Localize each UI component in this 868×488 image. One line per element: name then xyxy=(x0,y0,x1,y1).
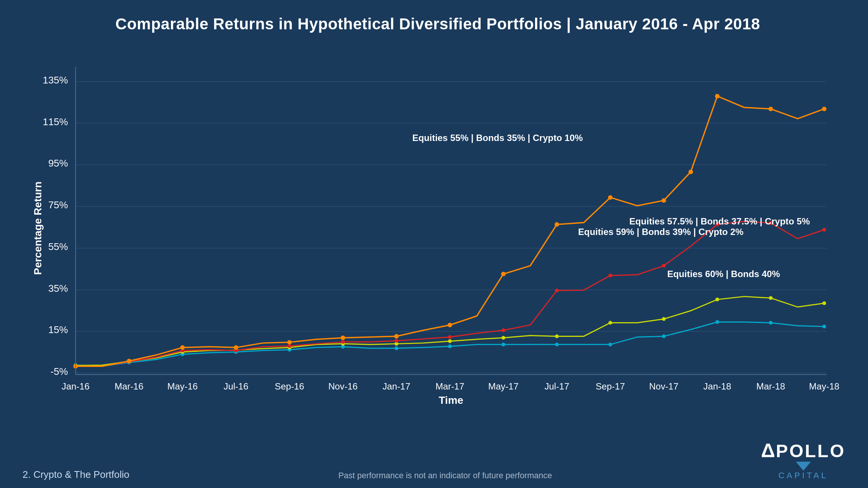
main-container: Comparable Returns in Hypothetical Diver… xyxy=(0,0,868,488)
svg-point-73 xyxy=(608,274,612,277)
svg-point-43 xyxy=(608,343,612,346)
svg-point-55 xyxy=(448,339,452,343)
line-yellow xyxy=(76,297,824,366)
svg-text:May-16: May-16 xyxy=(167,381,198,391)
svg-point-61 xyxy=(769,296,773,300)
svg-point-87 xyxy=(555,222,559,227)
svg-text:Equities 59% | Bonds 39% | Cry: Equities 59% | Bonds 39% | Crypto 2% xyxy=(578,227,743,237)
svg-point-58 xyxy=(608,321,612,324)
svg-point-91 xyxy=(715,94,720,99)
svg-text:Equities 55% | Bonds 35% | Cry: Equities 55% | Bonds 35% | Crypto 10% xyxy=(412,133,583,143)
chart-area: -5% 15% 35% 55% 75% 95% 115% 135% Percen… xyxy=(30,44,845,412)
svg-point-47 xyxy=(822,324,826,328)
apollo-capital-text: CAPITAL xyxy=(761,471,845,480)
svg-point-71 xyxy=(502,328,505,332)
svg-point-82 xyxy=(287,340,292,344)
svg-point-57 xyxy=(555,334,559,338)
svg-point-41 xyxy=(502,343,505,346)
svg-point-59 xyxy=(662,317,665,321)
svg-text:95%: 95% xyxy=(48,158,68,169)
svg-point-80 xyxy=(180,345,185,350)
svg-text:Nov-16: Nov-16 xyxy=(328,381,358,391)
chart-svg: -5% 15% 35% 55% 75% 95% 115% 135% Percen… xyxy=(30,44,845,412)
svg-text:Jan-18: Jan-18 xyxy=(703,381,731,391)
svg-text:115%: 115% xyxy=(43,116,68,127)
svg-point-93 xyxy=(822,107,826,111)
svg-point-70 xyxy=(448,335,452,339)
svg-text:Mar-16: Mar-16 xyxy=(115,381,144,391)
chart-title: Comparable Returns in Hypothetical Diver… xyxy=(30,15,845,33)
apollo-logo: ΔPOLLO CAPITAL xyxy=(761,439,845,480)
svg-text:Equities 60% | Bonds 40%: Equities 60% | Bonds 40% xyxy=(667,269,780,279)
svg-text:Jan-16: Jan-16 xyxy=(62,381,89,391)
svg-text:Mar-18: Mar-18 xyxy=(756,381,785,391)
svg-point-56 xyxy=(502,336,505,339)
footer: 2. Crypto & The Portfolio Past performan… xyxy=(23,439,845,480)
svg-point-44 xyxy=(662,334,665,338)
svg-point-40 xyxy=(448,344,452,348)
line-cyan xyxy=(76,322,824,366)
svg-text:135%: 135% xyxy=(43,74,68,86)
svg-text:Equities 57.5% | Bonds 37.5% |: Equities 57.5% | Bonds 37.5% | Crypto 5% xyxy=(629,216,810,226)
svg-point-72 xyxy=(555,289,559,292)
svg-text:35%: 35% xyxy=(48,283,68,294)
svg-text:Mar-17: Mar-17 xyxy=(436,381,464,391)
svg-text:Jan-17: Jan-17 xyxy=(383,381,410,391)
svg-point-83 xyxy=(341,335,345,340)
svg-text:Percentage Return: Percentage Return xyxy=(32,182,44,275)
apollo-logo-text: ΔPOLLO xyxy=(761,439,845,462)
svg-point-39 xyxy=(395,346,398,350)
svg-point-67 xyxy=(287,344,291,348)
footer-center-text: Past performance is not an indicator of … xyxy=(129,471,761,480)
svg-point-79 xyxy=(127,359,131,363)
svg-point-68 xyxy=(341,340,345,344)
svg-text:-5%: -5% xyxy=(50,366,68,377)
svg-point-60 xyxy=(715,298,719,302)
svg-point-84 xyxy=(394,334,399,338)
apollo-triangle xyxy=(796,462,811,471)
svg-point-90 xyxy=(688,170,693,174)
svg-point-85 xyxy=(448,323,452,327)
svg-point-77 xyxy=(822,228,826,232)
svg-point-86 xyxy=(501,272,506,276)
svg-point-81 xyxy=(234,345,238,350)
svg-text:Sep-16: Sep-16 xyxy=(275,381,304,391)
svg-point-74 xyxy=(662,264,665,268)
svg-point-88 xyxy=(608,195,612,200)
svg-point-45 xyxy=(715,320,719,324)
svg-point-46 xyxy=(769,321,773,324)
svg-text:May-18: May-18 xyxy=(809,381,839,391)
footer-left-text: 2. Crypto & The Portfolio xyxy=(23,469,129,480)
svg-text:Nov-17: Nov-17 xyxy=(649,381,679,391)
svg-point-92 xyxy=(768,107,773,111)
svg-point-89 xyxy=(661,198,666,203)
svg-text:Jul-17: Jul-17 xyxy=(544,381,569,391)
svg-point-69 xyxy=(395,339,398,343)
svg-point-62 xyxy=(822,302,826,305)
svg-text:15%: 15% xyxy=(48,324,68,336)
svg-point-42 xyxy=(555,343,559,346)
svg-text:Sep-17: Sep-17 xyxy=(596,381,625,391)
svg-text:May-17: May-17 xyxy=(488,381,519,391)
svg-text:Time: Time xyxy=(439,394,463,406)
svg-text:75%: 75% xyxy=(48,199,68,211)
svg-text:55%: 55% xyxy=(48,241,68,252)
svg-text:Jul-16: Jul-16 xyxy=(224,381,248,391)
